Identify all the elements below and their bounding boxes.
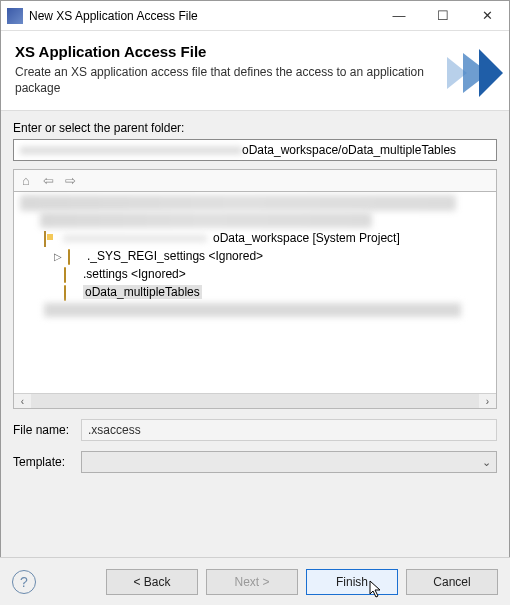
wizard-header: XS Application Access File Create an XS … bbox=[1, 31, 509, 111]
tree-item-label: oData_multipleTables bbox=[83, 285, 202, 299]
parent-folder-input[interactable]: xxxxxxxxxxxxxxxxxxxxxxxxxxxxxxxxxxxxx oD… bbox=[13, 139, 497, 161]
template-select[interactable]: ⌄ bbox=[81, 451, 497, 473]
finish-button[interactable]: Finish bbox=[306, 569, 398, 595]
home-icon[interactable]: ⌂ bbox=[18, 173, 34, 189]
wizard-footer: ? < Back Next > Finish Cancel bbox=[0, 557, 510, 605]
tree-item-label: .settings <Ignored> bbox=[83, 267, 186, 281]
back-arrow-icon[interactable]: ⇦ bbox=[40, 173, 56, 189]
parent-folder-value: oData_workspace/oData_multipleTables bbox=[242, 143, 456, 157]
tree-row-workspace[interactable]: xxxxxxxxxxxxxxxxxxxxxxxx oData_workspace… bbox=[18, 229, 492, 247]
folder-tree[interactable]: xxxxxxxxxxxxxxxxxxxxxxxx oData_workspace… bbox=[13, 191, 497, 409]
scroll-track[interactable] bbox=[31, 394, 479, 408]
tree-row-odata-multiple[interactable]: oData_multipleTables bbox=[18, 283, 492, 301]
expand-icon[interactable]: ▷ bbox=[52, 251, 64, 262]
svg-marker-2 bbox=[479, 49, 503, 97]
next-button: Next > bbox=[206, 569, 298, 595]
file-name-input[interactable] bbox=[81, 419, 497, 441]
folder-icon bbox=[68, 250, 83, 262]
minimize-button[interactable]: — bbox=[377, 1, 421, 31]
parent-folder-label: Enter or select the parent folder: bbox=[13, 121, 497, 135]
page-title: XS Application Access File bbox=[15, 43, 495, 60]
cancel-button[interactable]: Cancel bbox=[406, 569, 498, 595]
folder-icon bbox=[64, 268, 79, 280]
window-title: New XS Application Access File bbox=[29, 9, 377, 23]
folder-icon bbox=[64, 286, 79, 298]
chevron-down-icon: ⌄ bbox=[482, 456, 491, 469]
package-icon bbox=[44, 232, 59, 244]
forward-arrow-icon[interactable]: ⇨ bbox=[62, 173, 78, 189]
window-controls: — ☐ ✕ bbox=[377, 1, 509, 31]
app-icon bbox=[7, 8, 23, 24]
page-description: Create an XS application access file tha… bbox=[15, 64, 435, 96]
maximize-button[interactable]: ☐ bbox=[421, 1, 465, 31]
tree-row-settings[interactable]: .settings <Ignored> bbox=[18, 265, 492, 283]
horizontal-scrollbar[interactable]: ‹ › bbox=[14, 393, 496, 408]
tree-toolbar: ⌂ ⇦ ⇨ bbox=[13, 169, 497, 191]
tree-row-sysregi[interactable]: ▷ ._SYS_REGI_settings <Ignored> bbox=[18, 247, 492, 265]
close-button[interactable]: ✕ bbox=[465, 1, 509, 31]
template-label: Template: bbox=[13, 455, 81, 469]
svg-marker-3 bbox=[370, 581, 380, 597]
banner-arrows-icon bbox=[443, 49, 503, 97]
scroll-left-icon[interactable]: ‹ bbox=[14, 394, 31, 408]
scroll-right-icon[interactable]: › bbox=[479, 394, 496, 408]
wizard-content: Enter or select the parent folder: xxxxx… bbox=[1, 111, 509, 477]
titlebar: New XS Application Access File — ☐ ✕ bbox=[1, 1, 509, 31]
redacted-text: xxxxxxxxxxxxxxxxxxxxxxxxxxxxxxxxxxxxx bbox=[20, 143, 242, 157]
tree-label-workspace: oData_workspace [System Project] bbox=[213, 231, 400, 245]
tree-item-label: ._SYS_REGI_settings <Ignored> bbox=[87, 249, 263, 263]
cursor-icon bbox=[369, 580, 383, 598]
file-name-label: File name: bbox=[13, 423, 81, 437]
help-button[interactable]: ? bbox=[12, 570, 36, 594]
back-button[interactable]: < Back bbox=[106, 569, 198, 595]
